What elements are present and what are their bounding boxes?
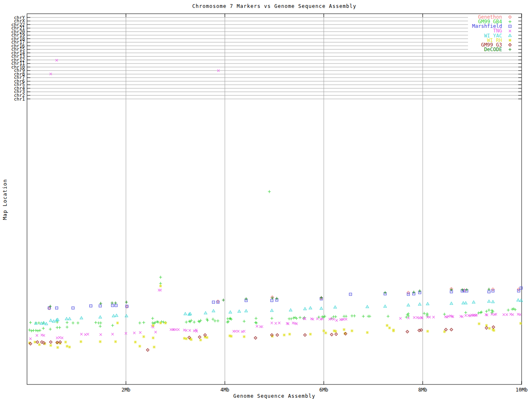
x-tick-label-4mb: 4Mb [220,387,229,393]
legend-label-decode: DeCODE [484,47,502,52]
series-points-tng [30,59,522,340]
x-tick-label-10mb: 10Mb [516,387,528,393]
x-tick-label-6mb: 6Mb [319,387,328,393]
series-points-gm99-g3 [29,326,495,352]
y-tick-label-chr1: chr1 [14,96,25,102]
plot-border [27,14,522,384]
x-tick-label-2mb: 2Mb [121,387,131,393]
chart-plot-area: chrYchrXchr22chr21chr20chr19chr18chr17ch… [0,0,532,399]
series-points-wi-yac [34,299,522,325]
x-tick-label-8mb: 8Mb [418,387,427,393]
series-points-gm99-gb4 [28,190,517,332]
series-points-decode [49,288,490,308]
legend-marker-wi-rh-icon [509,39,512,42]
series-points-genethon [48,288,520,310]
